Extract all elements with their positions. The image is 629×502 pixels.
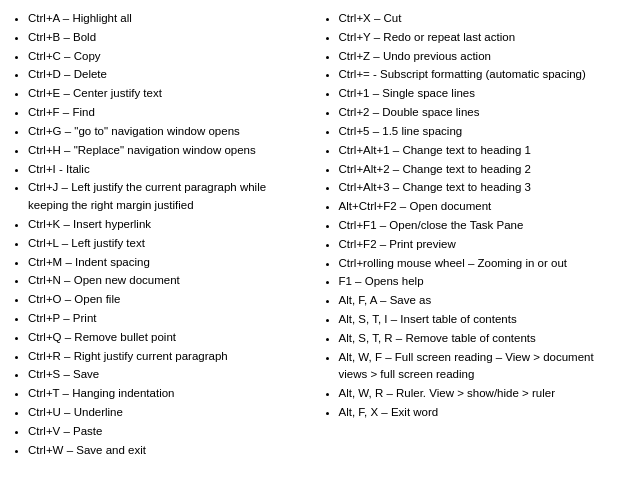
list-item: Ctrl+1 – Single space lines: [339, 85, 618, 103]
left-column: Ctrl+A – Highlight allCtrl+B – BoldCtrl+…: [12, 10, 307, 461]
list-item: Ctrl+P – Print: [28, 310, 307, 328]
list-item: Ctrl+Z – Undo previous action: [339, 48, 618, 66]
main-columns: Ctrl+A – Highlight allCtrl+B – BoldCtrl+…: [12, 10, 617, 461]
list-item: Ctrl+K – Insert hyperlink: [28, 216, 307, 234]
list-item: Ctrl+H – "Replace" navigation window ope…: [28, 142, 307, 160]
list-item: Ctrl+Alt+1 – Change text to heading 1: [339, 142, 618, 160]
list-item: Ctrl+V – Paste: [28, 423, 307, 441]
list-item: Ctrl+F2 – Print preview: [339, 236, 618, 254]
list-item: Ctrl+rolling mouse wheel – Zooming in or…: [339, 255, 618, 273]
list-item: Ctrl+U – Underline: [28, 404, 307, 422]
right-column: Ctrl+X – CutCtrl+Y – Redo or repeat last…: [323, 10, 618, 461]
list-item: Ctrl+J – Left justify the current paragr…: [28, 179, 307, 215]
list-item: Ctrl+5 – 1.5 line spacing: [339, 123, 618, 141]
list-item: Ctrl+L – Left justify text: [28, 235, 307, 253]
list-item: Ctrl+= - Subscript formatting (automatic…: [339, 66, 618, 84]
list-item: Ctrl+I - Italic: [28, 161, 307, 179]
list-item: Ctrl+A – Highlight all: [28, 10, 307, 28]
list-item: Ctrl+X – Cut: [339, 10, 618, 28]
list-item: Ctrl+Y – Redo or repeat last action: [339, 29, 618, 47]
list-item: Alt, F, A – Save as: [339, 292, 618, 310]
list-item: Alt, S, T, R – Remove table of contents: [339, 330, 618, 348]
list-item: Ctrl+S – Save: [28, 366, 307, 384]
list-item: Alt, F, X – Exit word: [339, 404, 618, 422]
list-item: Alt+Ctrl+F2 – Open document: [339, 198, 618, 216]
list-item: Ctrl+Alt+3 – Change text to heading 3: [339, 179, 618, 197]
list-item: Ctrl+Q – Remove bullet point: [28, 329, 307, 347]
list-item: Ctrl+E – Center justify text: [28, 85, 307, 103]
list-item: Ctrl+2 – Double space lines: [339, 104, 618, 122]
list-item: F1 – Opens help: [339, 273, 618, 291]
list-item: Ctrl+B – Bold: [28, 29, 307, 47]
list-item: Alt, S, T, I – Insert table of contents: [339, 311, 618, 329]
list-item: Ctrl+D – Delete: [28, 66, 307, 84]
list-item: Ctrl+N – Open new document: [28, 272, 307, 290]
list-item: Ctrl+M – Indent spacing: [28, 254, 307, 272]
list-item: Ctrl+F – Find: [28, 104, 307, 122]
left-list: Ctrl+A – Highlight allCtrl+B – BoldCtrl+…: [12, 10, 307, 460]
right-list: Ctrl+X – CutCtrl+Y – Redo or repeat last…: [323, 10, 618, 422]
list-item: Ctrl+C – Copy: [28, 48, 307, 66]
list-item: Ctrl+T – Hanging indentation: [28, 385, 307, 403]
list-item: Ctrl+O – Open file: [28, 291, 307, 309]
list-item: Alt, W, F – Full screen reading – View >…: [339, 349, 618, 385]
list-item: Ctrl+R – Right justify current paragraph: [28, 348, 307, 366]
list-item: Ctrl+W – Save and exit: [28, 442, 307, 460]
list-item: Ctrl+G – "go to" navigation window opens: [28, 123, 307, 141]
list-item: Ctrl+Alt+2 – Change text to heading 2: [339, 161, 618, 179]
list-item: Alt, W, R – Ruler. View > show/hide > ru…: [339, 385, 618, 403]
list-item: Ctrl+F1 – Open/close the Task Pane: [339, 217, 618, 235]
